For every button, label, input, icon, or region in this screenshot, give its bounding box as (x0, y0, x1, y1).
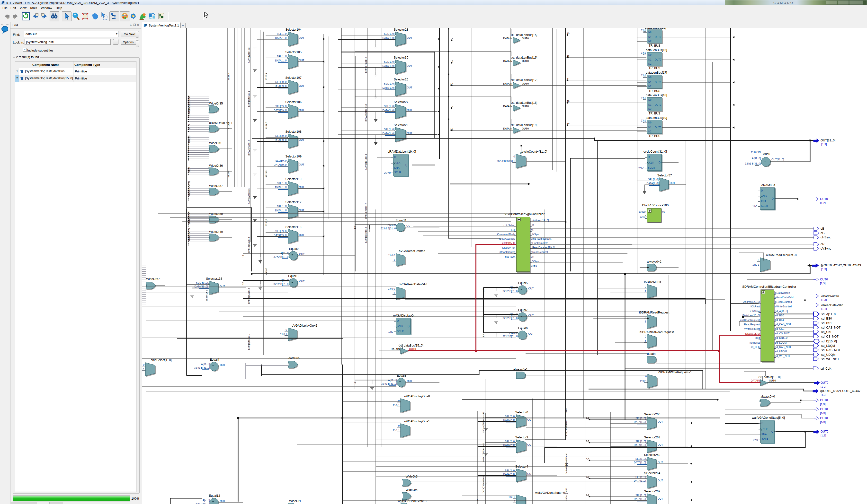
svg-text:DATA[2..0]: DATA[2..0] (503, 418, 515, 421)
svg-text:sd_BS0: sd_BS0 (821, 317, 832, 320)
svg-text:63:28,5: 63:28,5 (265, 73, 268, 80)
svg-text:oWriteGranted: oWriteGranted (775, 305, 792, 308)
svg-text:Selector28: Selector28 (394, 28, 408, 31)
svg-text:Selector264: Selector264 (644, 471, 660, 475)
svg-text:DATA[39..0]: DATA[39..0] (274, 234, 287, 237)
svg-text:D: D (397, 319, 399, 322)
svg-text:WideOr8: WideOr8 (209, 141, 221, 145)
svg-text:1'h0 0: 1'h0 0 (388, 287, 395, 290)
svg-text:SEL[39..0]: SEL[39..0] (275, 159, 287, 162)
svg-text:WideOr67: WideOr67 (146, 277, 160, 281)
svg-text:63:28,5: 63:28,5 (227, 170, 230, 177)
svg-text:CLK: CLK (762, 195, 767, 198)
svg-text:DATA[2..0]: DATA[2..0] (503, 473, 515, 475)
svg-text:IN1: IN1 (647, 126, 652, 129)
svg-text:oHSync: oHSync (531, 233, 540, 236)
svg-text:1:0: 1:0 (242, 255, 244, 258)
svg-text:iWriteRequest: iWriteRequest (744, 327, 760, 330)
svg-text:iSDRAM8Bit: iSDRAM8Bit (644, 280, 661, 284)
svg-text:Equal12: Equal12 (209, 494, 220, 497)
svg-text:1'h1: 1'h1 (641, 74, 646, 77)
svg-text:32'h1 B[31..0]: 32'h1 B[31..0] (194, 366, 210, 369)
svg-text:Selector262: Selector262 (644, 490, 660, 493)
svg-text:IN2: IN2 (647, 130, 652, 133)
svg-text:Selector3: Selector3 (515, 436, 528, 439)
svg-text:SEL[1..0]: SEL[1..0] (384, 128, 395, 131)
svg-text:1:0: 1:0 (482, 334, 485, 337)
svg-text:VGAController:vgaController: VGAController:vgaController (504, 212, 545, 216)
svg-text:12: 12 (188, 239, 190, 241)
svg-text:Equal6: Equal6 (518, 327, 528, 330)
svg-text:notReset: notReset (505, 255, 515, 258)
svg-text:17: 17 (450, 83, 453, 85)
svg-text:chipSelect: chipSelect (504, 224, 516, 227)
svg-text:18: 18 (450, 105, 453, 108)
svg-text:D: D (648, 155, 650, 158)
svg-text:Selector109: Selector109 (285, 155, 302, 158)
svg-text:DATA[C]/6203<-6: DATA[C]/6203<-6 (365, 227, 367, 243)
svg-text:oReadDataValid: oReadDataValid (821, 304, 843, 307)
svg-text:OUT0: OUT0 (655, 103, 661, 106)
svg-text:SEL[39..0]: SEL[39..0] (275, 230, 287, 232)
svg-text:OE: OE (511, 124, 515, 127)
svg-text:cycleCount~[31..0]: cycleCount~[31..0] (522, 150, 547, 153)
svg-text:SEL[2..0]: SEL[2..0] (505, 415, 515, 418)
svg-text:oRAMDataLen~1: oRAMDataLen~1 (209, 121, 233, 125)
svg-text:15: 15 (567, 32, 569, 34)
svg-text:dataLenBus[19]: dataLenBus[19] (516, 123, 537, 127)
svg-text:dataIn: dataIn (647, 352, 656, 355)
svg-text:oB: oB (531, 224, 534, 227)
svg-text:dataLenBus[19]: dataLenBus[19] (646, 116, 667, 120)
svg-text:13: 13 (188, 170, 190, 172)
svg-text:OUT0: OUT0 (409, 348, 416, 350)
svg-text:SEL[1..0]: SEL[1..0] (648, 178, 659, 181)
svg-text:16: 16 (188, 222, 190, 224)
svg-text:SDRAMController8Bit:sdramContr: SDRAMController8Bit:sdramController (742, 285, 796, 288)
svg-text:OUT0: OUT0 (522, 127, 529, 130)
svg-text:[1-3]: [1-3] (820, 412, 826, 415)
svg-text:32'h1 B[31..0]: 32'h1 B[31..0] (745, 162, 761, 165)
svg-text:DATA[1..0]: DATA[1..0] (634, 479, 646, 482)
svg-text:DATA[39..0]: DATA[39..0] (274, 109, 287, 112)
svg-text:OUT: OUT (527, 443, 533, 446)
svg-text:WideOr40: WideOr40 (209, 230, 223, 233)
svg-text:Selector263: Selector263 (644, 436, 660, 439)
svg-text:OUT0: OUT0 (522, 37, 529, 40)
svg-text:always0~2: always0~2 (647, 260, 661, 263)
svg-text:iSDRAMWriteRequest~1: iSDRAMWriteRequest~1 (659, 371, 692, 374)
svg-text:notReset: notReset (750, 341, 760, 344)
svg-text:SCLR: SCLR (397, 330, 404, 333)
svg-text:DATAIN: DATAIN (751, 379, 760, 382)
svg-text:DATAIN: DATAIN (503, 105, 512, 108)
svg-text:Selector105: Selector105 (285, 51, 302, 54)
svg-text:SEL[1..0]: SEL[1..0] (277, 32, 287, 35)
svg-text:OUT0: OUT0 (769, 379, 776, 382)
svg-text:32'h2f800000 1: 32'h2f800000 1 (497, 160, 515, 163)
svg-text:1'h0 1: 1'h0 1 (142, 368, 144, 371)
svg-text:SEL[39..0]: SEL[39..0] (275, 105, 287, 108)
svg-text:OUT: OUT (527, 418, 533, 421)
svg-text:OUT0: OUT0 (655, 58, 661, 61)
svg-text:32'h0: 32'h0 (638, 167, 644, 169)
svg-text:=: = (521, 287, 522, 291)
svg-text:Q: Q (405, 164, 407, 166)
svg-text:D: D (761, 189, 763, 192)
svg-text:9: 9 (188, 158, 189, 160)
svg-text:DATA[1]/B497: DATA[1]/B497 (565, 488, 568, 501)
svg-text:iAddress[20..0]: iAddress[20..0] (743, 300, 760, 303)
svg-text:=: = (521, 333, 522, 336)
svg-text:Selector30: Selector30 (394, 56, 408, 59)
svg-text:DATA[C]/6161<-8: DATA[C]/6161<-8 (365, 57, 367, 73)
svg-text:IN2: IN2 (647, 63, 652, 65)
svg-text:oRAMReadRequest~0: oRAMReadRequest~0 (766, 253, 796, 257)
svg-text:1'h0: 1'h0 (388, 330, 393, 333)
svg-text:sd_RAS_NOT: sd_RAS_NOT (821, 349, 841, 352)
svg-text:DATA[C]/6201<-7: DATA[C]/6201<-7 (365, 203, 367, 219)
svg-text:=: = (212, 500, 214, 504)
svg-text:SEL[1..0]: SEL[1..0] (384, 82, 395, 85)
svg-text:DATA[1..0]: DATA[1..0] (634, 420, 646, 423)
svg-text:iDisplayRun: iDisplayRun (502, 246, 515, 249)
svg-text:IN2: IN2 (647, 85, 652, 88)
svg-text:1: 1 (645, 340, 646, 343)
svg-text:dataLenBus[18]: dataLenBus[18] (516, 101, 537, 105)
